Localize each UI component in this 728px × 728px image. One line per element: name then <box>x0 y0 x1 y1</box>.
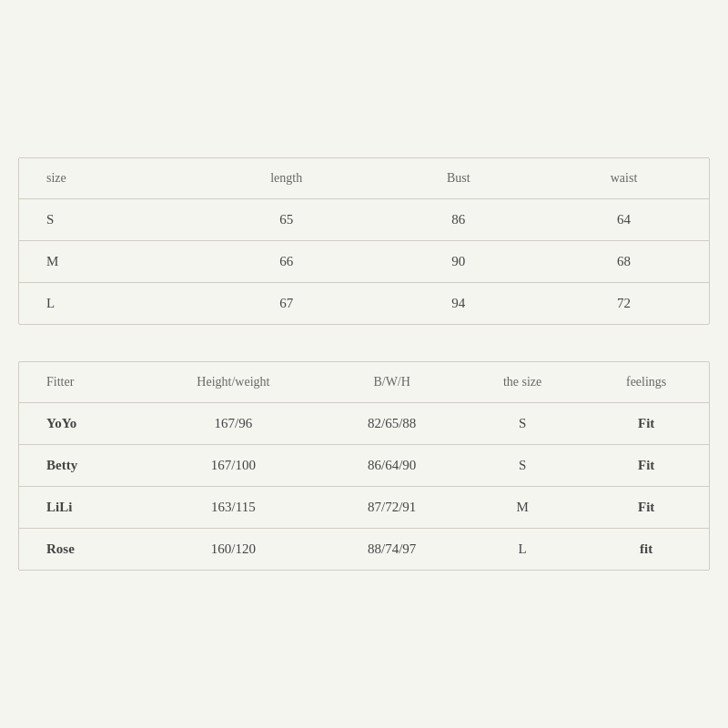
page-container: sizelengthBustwaist S658664M669068L67947… <box>18 157 710 571</box>
fitter-chart-cell: 88/74/97 <box>322 529 460 571</box>
fitter-chart-row: Betty167/10086/64/90SFit <box>19 445 709 487</box>
fitter-chart-cell: L <box>461 529 583 571</box>
size-chart-row: M669068 <box>19 241 709 283</box>
fitter-chart-cell: YoYo <box>19 403 144 445</box>
fitter-chart-cell: 82/65/88 <box>322 403 460 445</box>
fitter-chart-cell: S <box>461 445 583 487</box>
size-chart-cell: 68 <box>539 241 709 283</box>
fitter-chart-body: YoYo167/9682/65/88SFitBetty167/10086/64/… <box>19 403 709 571</box>
size-chart-header: sizelengthBustwaist <box>19 158 709 199</box>
size-chart-row: L679472 <box>19 283 709 325</box>
fitter-chart-col-header: feelings <box>583 362 709 403</box>
fitter-chart-col-header: the size <box>461 362 583 403</box>
fitter-chart-wrapper: FitterHeight/weightB/W/Hthe sizefeelings… <box>18 361 710 571</box>
fitter-chart-row: LiLi163/11587/72/91MFit <box>19 487 709 529</box>
size-chart-col-header: length <box>195 158 379 199</box>
fitter-chart-cell: 87/72/91 <box>322 487 460 529</box>
size-chart-cell: 94 <box>378 283 539 325</box>
fitter-chart-header-row: FitterHeight/weightB/W/Hthe sizefeelings <box>19 362 709 403</box>
size-chart-row: S658664 <box>19 199 709 241</box>
size-chart-table: sizelengthBustwaist S658664M669068L67947… <box>19 158 709 324</box>
size-chart-cell: 67 <box>195 283 379 325</box>
fitter-chart-col-header: B/W/H <box>322 362 460 403</box>
size-chart-wrapper: sizelengthBustwaist S658664M669068L67947… <box>18 157 710 325</box>
fitter-chart-cell: Fit <box>583 487 709 529</box>
size-chart-body: S658664M669068L679472 <box>19 199 709 325</box>
fitter-chart-cell: LiLi <box>19 487 144 529</box>
size-chart-cell: 72 <box>539 283 709 325</box>
fitter-chart-col-header: Height/weight <box>144 362 322 403</box>
fitter-chart-cell: fit <box>583 529 709 571</box>
fitter-chart-cell: Fit <box>583 403 709 445</box>
size-chart-cell: 90 <box>378 241 539 283</box>
fitter-chart-cell: 167/96 <box>144 403 322 445</box>
fitter-chart-cell: 167/100 <box>144 445 322 487</box>
fitter-chart-header: FitterHeight/weightB/W/Hthe sizefeelings <box>19 362 709 403</box>
fitter-chart-cell: 163/115 <box>144 487 322 529</box>
fitter-chart-cell: 86/64/90 <box>322 445 460 487</box>
size-chart-col-header: size <box>19 158 195 199</box>
fitter-chart-cell: Betty <box>19 445 144 487</box>
size-chart-cell: 86 <box>378 199 539 241</box>
fitter-chart-cell: Fit <box>583 445 709 487</box>
fitter-chart-cell: Rose <box>19 529 144 571</box>
size-chart-col-header: waist <box>539 158 709 199</box>
size-chart-header-row: sizelengthBustwaist <box>19 158 709 199</box>
size-chart-col-header: Bust <box>378 158 539 199</box>
fitter-chart-cell: S <box>461 403 583 445</box>
fitter-chart-row: Rose160/12088/74/97Lfit <box>19 529 709 571</box>
fitter-chart-cell: 160/120 <box>144 529 322 571</box>
fitter-chart-row: YoYo167/9682/65/88SFit <box>19 403 709 445</box>
size-chart-cell: S <box>19 199 195 241</box>
fitter-chart-col-header: Fitter <box>19 362 144 403</box>
fitter-chart-cell: M <box>461 487 583 529</box>
size-chart-cell: L <box>19 283 195 325</box>
size-chart-cell: 66 <box>195 241 379 283</box>
size-chart-cell: 64 <box>539 199 709 241</box>
size-chart-cell: 65 <box>195 199 379 241</box>
size-chart-cell: M <box>19 241 195 283</box>
fitter-chart-table: FitterHeight/weightB/W/Hthe sizefeelings… <box>19 362 709 570</box>
